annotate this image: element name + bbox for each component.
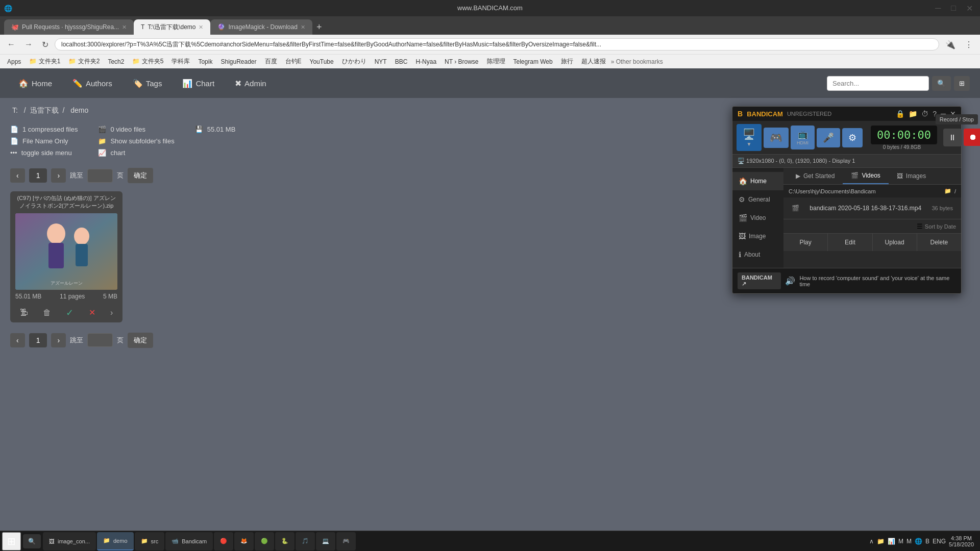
nav-admin[interactable]: ✖ Admin (227, 74, 275, 92)
taskbar-app-10[interactable]: 💻 (316, 532, 335, 550)
upload-button[interactable]: Upload (873, 234, 917, 251)
start-button[interactable]: ⊞ (2, 532, 21, 550)
next-page-button-top[interactable]: › (51, 168, 66, 183)
toggle-side-menu-item[interactable]: ••• toggle side menu (10, 149, 78, 157)
card-check-button[interactable]: ✓ (63, 306, 77, 319)
folder-nav-icon[interactable]: 📁 (944, 188, 951, 194)
bm-topik[interactable]: Topik (195, 57, 215, 66)
new-tab-button[interactable]: + (312, 22, 326, 33)
device-record-button[interactable]: 📺 HDMI (791, 126, 815, 149)
nav-authors[interactable]: ✏️ Authors (64, 74, 120, 92)
breadcrumb-folder[interactable]: 迅雷下载 (30, 106, 59, 114)
page-input-top[interactable] (87, 169, 113, 183)
bandicam-folder-button[interactable]: 📁 (909, 110, 917, 118)
bdc-nav-general[interactable]: ⚙ General (732, 190, 783, 209)
card-cancel-button[interactable]: ✕ (86, 306, 99, 319)
bdc-tab-images[interactable]: 🖼 Images (889, 168, 934, 184)
edit-button[interactable]: Edit (828, 234, 872, 251)
taskbar-app-5[interactable]: 🔴 (214, 532, 233, 550)
bandicam-logo-button[interactable]: BANDICAM ↗ (738, 272, 781, 289)
tab-demo[interactable]: T T:\迅雷下载\demo ✕ (134, 19, 210, 35)
confirm-button-bottom[interactable]: 确定 (128, 333, 153, 348)
bdc-nav-about[interactable]: ℹ About (732, 245, 783, 264)
chart-item[interactable]: 📈 chart (98, 149, 174, 157)
close-button[interactable]: ✕ (963, 2, 976, 15)
system-clock[interactable]: 4:38 PM 5/18/2020 (949, 535, 974, 547)
delete-button[interactable]: Delete (917, 234, 961, 251)
prev-page-button-top[interactable]: ‹ (10, 168, 25, 183)
nav-chart[interactable]: 📊 Chart (174, 74, 223, 92)
bandicam-timer-btn[interactable]: ⏱ (921, 110, 928, 118)
pause-button[interactable]: ⏸ (943, 129, 962, 146)
bm-more[interactable]: » Other bookmarks (611, 58, 663, 65)
bdc-tab-videos[interactable]: 🎬 Videos (843, 168, 888, 184)
record-stop-button[interactable]: ⏺ (964, 129, 980, 146)
bm-hnyaa[interactable]: H-Nyaa (412, 57, 439, 66)
bm-shigureader[interactable]: ShiguReader (217, 57, 259, 66)
bdc-nav-image[interactable]: 🖼 Image (732, 227, 783, 245)
minimize-button[interactable]: ─ (932, 2, 944, 15)
taskbar-app-image-con[interactable]: 🖼 image_con... (43, 532, 96, 550)
card-thumbnail[interactable]: アズールレーン (15, 213, 117, 290)
bdc-tab-get-started[interactable]: ▶ Get Started (788, 168, 843, 184)
tray-mingw1[interactable]: M (898, 538, 903, 545)
tab-pull-requests[interactable]: 🐙 Pull Requests · hjysssg/ShiguRea... ✕ (4, 19, 134, 35)
screen-record-button[interactable]: 🖥️ ▼ (737, 124, 762, 151)
nav-tags[interactable]: 🏷️ Tags (125, 74, 170, 92)
video-files-item[interactable]: 🎬 0 video files (98, 126, 174, 133)
settings-button2[interactable]: ⚙ (842, 128, 863, 147)
bm-xueke[interactable]: 学科库 (168, 56, 193, 67)
bm-taodiao[interactable]: 台钓E (282, 56, 305, 67)
taskbar-search[interactable]: 🔍 (23, 534, 41, 548)
bandicam-lock-button[interactable]: 🔒 (896, 110, 904, 118)
sort-by-date[interactable]: Sort by Date (925, 223, 956, 230)
card-delete-button[interactable]: 🗑 (40, 306, 54, 319)
taskbar-app-11[interactable]: 🎮 (336, 532, 356, 550)
tray-browser[interactable]: 🌐 (915, 538, 922, 545)
prev-page-button-bottom[interactable]: ‹ (10, 333, 25, 347)
tab-close-3[interactable]: ✕ (301, 24, 305, 31)
bm-nt[interactable]: NT › Browse (442, 57, 481, 66)
bm-telegram[interactable]: Telegram Web (510, 57, 556, 66)
show-subfolders-item[interactable]: 📁 Show subfolder's files (98, 137, 174, 145)
taskbar-app-demo[interactable]: 📁 demo (97, 532, 134, 550)
confirm-button-top[interactable]: 确定 (128, 168, 153, 183)
bandicam-file-item[interactable]: 🎬 bandicam 2020-05-18 16-38-17-316.mp4 3… (788, 202, 957, 215)
tray-folder[interactable]: 📁 (877, 538, 885, 545)
bm-apps[interactable]: Apps (4, 57, 24, 66)
file-name-only-item[interactable]: 📄 File Name Only (10, 137, 78, 145)
address-input[interactable] (61, 41, 933, 48)
taskbar-app-src[interactable]: 📁 src (135, 532, 165, 550)
bm-chenli[interactable]: 陈理理 (484, 56, 508, 67)
tab-imagemagick[interactable]: 🔮 ImageMagick - Download ✕ (210, 19, 312, 35)
card-compress-button[interactable]: 🗜 (17, 306, 31, 319)
search-input[interactable] (827, 76, 929, 91)
bdc-nav-video[interactable]: 🎬 Video (732, 209, 783, 227)
play-button[interactable]: Play (783, 234, 828, 251)
bm-chaoren[interactable]: 超人速报 (578, 56, 609, 67)
bm-tech2[interactable]: Tech2 (105, 57, 127, 66)
bm-youtube[interactable]: YouTube (307, 57, 337, 66)
menu-button[interactable]: ⋮ (962, 38, 976, 52)
tab-close-active[interactable]: ✕ (199, 24, 203, 31)
next-page-button-bottom[interactable]: › (51, 333, 66, 347)
taskbar-app-bandicam[interactable]: 📹 Bandicam (165, 532, 213, 550)
back-button[interactable]: ← (4, 38, 18, 51)
forward-button[interactable]: → (21, 38, 36, 51)
bm-bbc[interactable]: BBC (392, 57, 411, 66)
tray-arrow[interactable]: ∧ (869, 538, 874, 545)
taskbar-app-7[interactable]: 🟢 (255, 532, 274, 550)
mic-button[interactable]: 🎤 (817, 128, 840, 147)
tray-bandicam[interactable]: B (925, 538, 929, 545)
tray-language[interactable]: ENG (933, 538, 946, 545)
extensions-button[interactable]: 🔌 (942, 38, 959, 52)
tray-mingw2[interactable]: M (906, 538, 912, 545)
nav-home[interactable]: 🏠 Home (10, 74, 60, 92)
bm-lvxing[interactable]: 旅行 (558, 56, 576, 67)
bm-folder1[interactable]: 📁 文件夹1 (26, 56, 63, 67)
tab-close[interactable]: ✕ (122, 24, 127, 31)
bm-hikawari[interactable]: ひかわり (339, 56, 370, 67)
bm-baidu[interactable]: 百度 (262, 56, 280, 67)
bm-nyt[interactable]: NYT (372, 57, 390, 66)
address-bar[interactable] (55, 38, 939, 51)
